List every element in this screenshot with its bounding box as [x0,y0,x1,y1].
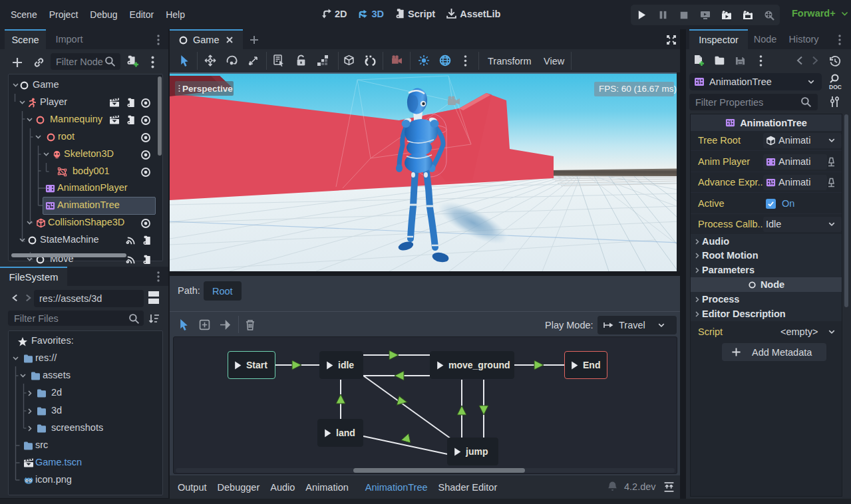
svg-text:Perspective: Perspective [182,84,233,94]
svg-text:FPS: 60 (16.67 ms): FPS: 60 (16.67 ms) [599,84,677,94]
svg-text:DOC: DOC [829,84,842,90]
